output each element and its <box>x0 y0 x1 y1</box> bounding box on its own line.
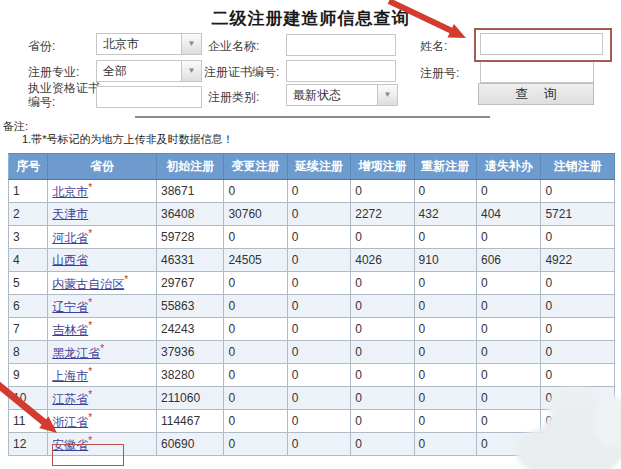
cell-value: 0 <box>477 272 541 295</box>
chevron-down-icon[interactable]: ▼ <box>181 61 201 81</box>
cell-value: 37936 <box>156 341 223 364</box>
major-select[interactable]: 全部 ▼ <box>96 60 202 82</box>
cell-value: 0 <box>351 364 414 387</box>
province-link[interactable]: 辽宁省 <box>52 300 88 314</box>
non-timely-flag: * <box>88 320 92 331</box>
cell-value: 0 <box>477 295 541 318</box>
cell-value: 0 <box>351 226 414 249</box>
cell-serial: 12 <box>9 433 48 456</box>
column-header: 延续注册 <box>287 154 350 180</box>
table-row: 3 河北省* 59728 0 0 0 0 0 0 <box>9 226 615 249</box>
non-timely-flag: * <box>88 297 92 308</box>
cell-value: 30760 <box>224 203 287 226</box>
major-select-value: 全部 <box>103 61 127 81</box>
cell-value: 0 <box>541 364 615 387</box>
cell-value: 0 <box>477 410 541 433</box>
cell-value: 0 <box>414 433 476 456</box>
cell-value: 910 <box>414 249 476 272</box>
cell-value: 5721 <box>541 203 615 226</box>
cell-value: 606 <box>477 249 541 272</box>
cell-value: 0 <box>541 295 615 318</box>
company-input[interactable] <box>286 34 396 56</box>
reg-type-select-value: 最新状态 <box>293 85 341 105</box>
province-link[interactable]: 江苏省 <box>52 392 88 406</box>
cell-value: 0 <box>477 318 541 341</box>
reg-no-input[interactable] <box>480 61 594 83</box>
cell-value: 4922 <box>541 249 615 272</box>
annotation-box-name-input <box>474 28 612 62</box>
province-link[interactable]: 山西省 <box>52 253 88 267</box>
cell-value: 0 <box>287 410 350 433</box>
reg-cert-input[interactable] <box>286 60 396 82</box>
cell-value: 0 <box>414 410 476 433</box>
cell-value: 0 <box>287 341 350 364</box>
cell-value: 0 <box>287 180 350 203</box>
cell-value: 38671 <box>156 180 223 203</box>
cell-serial: 10 <box>9 387 48 410</box>
cell-value: 4026 <box>351 249 414 272</box>
cell-value: 0 <box>414 387 476 410</box>
column-header: 序号 <box>9 154 48 180</box>
cell-value: 0 <box>414 295 476 318</box>
cell-province: 山西省 <box>48 249 157 272</box>
column-header: 省份 <box>48 154 157 180</box>
cell-value: 59728 <box>156 226 223 249</box>
province-link[interactable]: 吉林省 <box>52 323 88 337</box>
cell-serial: 1 <box>9 180 48 203</box>
cell-value: 0 <box>541 180 615 203</box>
table-header-row: 序号省份初始注册变更注册延续注册增项注册重新注册遗失补办注销注册 <box>9 154 615 180</box>
cell-value: 0 <box>414 318 476 341</box>
reg-cert-label: 注册证书编号: <box>204 64 279 81</box>
chevron-down-icon[interactable]: ▼ <box>377 85 397 105</box>
non-timely-flag: * <box>88 412 92 423</box>
province-link[interactable]: 内蒙古自治区 <box>52 277 124 291</box>
cell-value: 0 <box>224 410 287 433</box>
cell-value: 0 <box>351 387 414 410</box>
cell-value: 0 <box>351 180 414 203</box>
cell-value: 0 <box>224 341 287 364</box>
cell-value: 0 <box>287 272 350 295</box>
cell-value: 0 <box>287 318 350 341</box>
major-label: 注册专业: <box>28 64 79 81</box>
province-link[interactable]: 天津市 <box>52 207 88 221</box>
cell-value: 24243 <box>156 318 223 341</box>
cell-value: 0 <box>414 272 476 295</box>
cell-value: 0 <box>287 295 350 318</box>
cell-value: 0 <box>224 433 287 456</box>
qual-cert-input[interactable] <box>96 86 202 108</box>
non-timely-flag: * <box>88 366 92 377</box>
name-label: 姓名: <box>420 38 447 55</box>
table-row: 4 山西省 46331 24505 0 4026 910 606 4922 <box>9 249 615 272</box>
province-link[interactable]: 北京市 <box>52 185 88 199</box>
cell-value: 0 <box>541 341 615 364</box>
cell-value: 0 <box>477 341 541 364</box>
chevron-down-icon[interactable]: ▼ <box>181 34 201 54</box>
province-link[interactable]: 黑龙江省 <box>52 346 100 360</box>
cell-value: 24505 <box>224 249 287 272</box>
cell-province: 北京市* <box>48 180 157 203</box>
column-header: 重新注册 <box>414 154 476 180</box>
reg-type-select[interactable]: 最新状态 ▼ <box>286 84 398 106</box>
cell-serial: 6 <box>9 295 48 318</box>
cell-value: 29767 <box>156 272 223 295</box>
cell-serial: 4 <box>9 249 48 272</box>
cell-value: 0 <box>351 410 414 433</box>
province-link[interactable]: 浙江省 <box>52 415 88 429</box>
query-button[interactable]: 查 询 <box>478 83 594 105</box>
province-link[interactable]: 河北省 <box>52 231 88 245</box>
column-header: 注销注册 <box>541 154 615 180</box>
reg-no-label: 注册号: <box>420 65 459 82</box>
table-row: 6 辽宁省* 55863 0 0 0 0 0 0 <box>9 295 615 318</box>
cell-value: 211060 <box>156 387 223 410</box>
column-header: 初始注册 <box>156 154 223 180</box>
table-row: 1 北京市* 38671 0 0 0 0 0 0 <box>9 180 615 203</box>
province-select[interactable]: 北京市 ▼ <box>96 33 202 55</box>
cell-serial: 5 <box>9 272 48 295</box>
column-header: 遗失补办 <box>477 154 541 180</box>
cell-province: 吉林省* <box>48 318 157 341</box>
non-timely-flag: * <box>88 228 92 239</box>
cell-value: 0 <box>224 180 287 203</box>
province-link[interactable]: 上海市 <box>52 369 88 383</box>
cell-value: 0 <box>224 318 287 341</box>
table-body: 1 北京市* 38671 0 0 0 0 0 0 2 天津市 36408 307… <box>9 180 615 456</box>
